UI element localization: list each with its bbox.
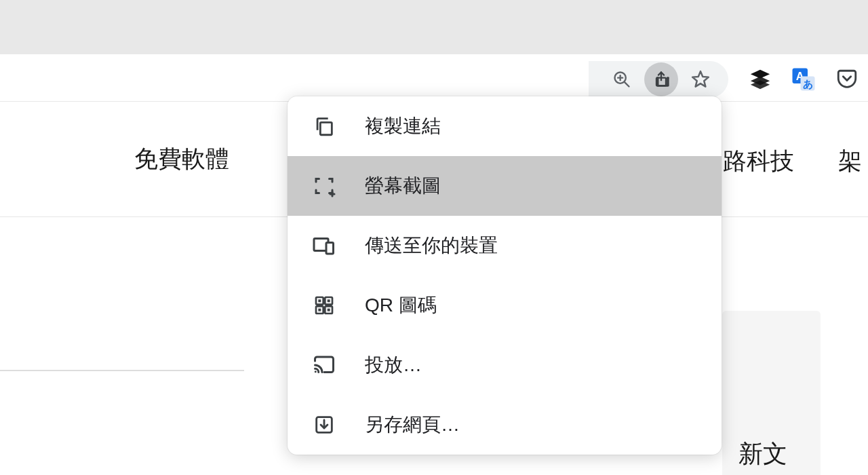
browser-toolbar: A あ — [0, 54, 868, 102]
qr-icon — [311, 292, 338, 319]
address-bar-right-cluster: A あ — [589, 62, 864, 96]
menu-item-label: 傳送至你的裝置 — [365, 233, 498, 259]
menu-item-label: QR 圖碼 — [365, 292, 437, 318]
nav-item-3[interactable]: 架 — [838, 145, 862, 177]
nav-item-free-software[interactable]: 免費軟體 — [134, 143, 229, 175]
screenshot-icon — [311, 172, 338, 200]
menu-item-label: 複製連結 — [365, 113, 441, 139]
pocket-extension-icon[interactable] — [830, 62, 864, 96]
menu-item-label: 螢幕截圖 — [365, 173, 441, 199]
copy-icon — [311, 113, 338, 140]
svg-text:あ: あ — [803, 78, 813, 90]
svg-rect-24 — [328, 299, 330, 302]
cast-icon — [311, 352, 338, 379]
menu-item-label: 投放… — [365, 352, 422, 378]
svg-point-27 — [315, 370, 317, 373]
menu-item-qr-code[interactable]: QR 圖碼 — [288, 276, 722, 335]
menu-item-send-to-devices[interactable]: 傳送至你的裝置 — [288, 216, 722, 276]
menu-item-screenshot[interactable]: 螢幕截圖 — [288, 156, 722, 216]
svg-rect-26 — [328, 309, 330, 311]
svg-rect-18 — [326, 243, 334, 254]
menu-item-copy-link[interactable]: 複製連結 — [288, 96, 722, 156]
save-page-icon — [311, 411, 338, 438]
zoom-icon[interactable] — [605, 62, 639, 96]
share-menu: 複製連結 螢幕截圖 傳送至你的裝置 — [288, 96, 722, 455]
browser-tab-strip — [0, 0, 868, 54]
bookmark-star-icon[interactable] — [684, 62, 717, 96]
svg-rect-23 — [318, 299, 321, 302]
svg-rect-14 — [320, 122, 332, 134]
menu-item-save-page[interactable]: 另存網頁… — [288, 395, 722, 455]
address-bar-actions — [589, 61, 728, 98]
svg-rect-25 — [318, 309, 321, 311]
menu-item-cast[interactable]: 投放… — [288, 335, 722, 395]
nav-item-network-tech[interactable]: 路科技 — [723, 145, 794, 177]
sidebar-card: 新文 — [722, 311, 821, 475]
sidebar-card-heading: 新文 — [738, 438, 804, 471]
menu-item-label: 另存網頁… — [365, 412, 460, 438]
translate-extension-icon[interactable]: A あ — [787, 62, 821, 96]
content-divider — [0, 370, 244, 371]
svg-line-1 — [625, 82, 629, 86]
extension-icons: A あ — [743, 62, 864, 96]
share-icon[interactable] — [644, 62, 678, 96]
buffer-extension-icon[interactable] — [743, 62, 777, 96]
svg-marker-6 — [692, 71, 709, 87]
devices-icon — [311, 232, 338, 259]
